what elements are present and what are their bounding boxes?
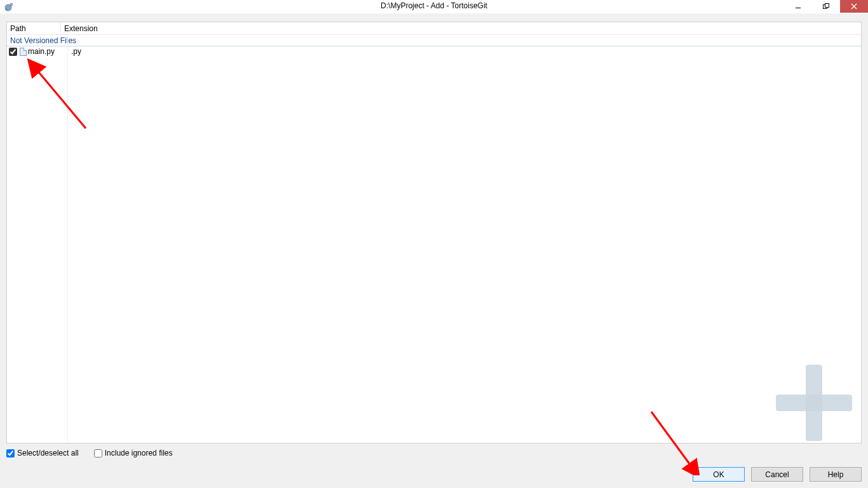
list-header[interactable]: Path Extension (7, 22, 861, 35)
file-ext: .py (67, 47, 81, 56)
select-all-checkbox[interactable]: Select/deselect all (6, 449, 79, 458)
file-row[interactable]: main.py .py (7, 46, 861, 57)
column-extension[interactable]: Extension (61, 22, 861, 34)
file-name: main.py (28, 47, 67, 56)
group-not-versioned: Not Versioned Files (7, 35, 861, 46)
select-all-input[interactable] (6, 449, 15, 458)
column-path[interactable]: Path (7, 22, 61, 34)
column-divider (67, 35, 68, 443)
svg-rect-2 (796, 8, 801, 8)
add-watermark-icon (776, 365, 852, 441)
titlebar[interactable]: D:\MyProject - Add - TortoiseGit (0, 0, 868, 14)
dialog-client: Path Extension Not Versioned Files main.… (0, 14, 868, 488)
file-list[interactable]: Path Extension Not Versioned Files main.… (6, 22, 862, 444)
minimize-button[interactable] (784, 0, 812, 13)
group-label: Not Versioned Files (10, 36, 76, 45)
include-ignored-checkbox[interactable]: Include ignored files (94, 449, 173, 458)
dialog-buttons: OK Cancel Help (693, 467, 862, 482)
bottom-bar: Select/deselect all Include ignored file… (6, 449, 862, 482)
include-ignored-input[interactable] (94, 449, 102, 458)
ok-button[interactable]: OK (693, 467, 745, 482)
window: D:\MyProject - Add - TortoiseGit Path (0, 0, 868, 488)
select-all-label: Select/deselect all (17, 449, 79, 458)
window-title: D:\MyProject - Add - TortoiseGit (381, 1, 487, 10)
cancel-button[interactable]: Cancel (751, 467, 803, 482)
include-ignored-label: Include ignored files (105, 449, 173, 458)
maximize-button[interactable] (812, 0, 840, 13)
help-button[interactable]: Help (810, 467, 862, 482)
file-icon (18, 47, 27, 56)
tortoisegit-icon (4, 2, 14, 12)
svg-rect-4 (825, 4, 829, 8)
option-checks: Select/deselect all Include ignored file… (6, 449, 172, 458)
window-controls (784, 0, 868, 14)
close-button[interactable] (840, 0, 868, 13)
svg-point-1 (10, 3, 13, 6)
file-checkbox[interactable] (9, 48, 17, 56)
